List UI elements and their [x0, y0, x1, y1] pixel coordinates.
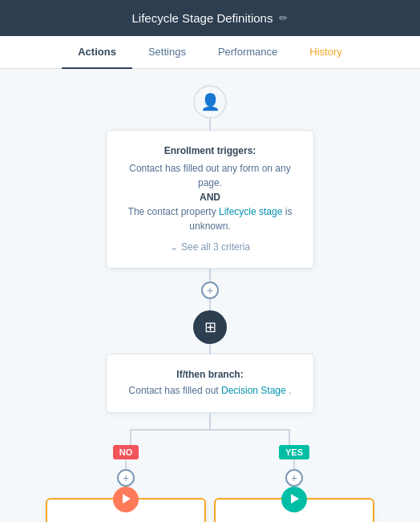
yes-branch-col: YES + Set a contact property Lifecycle s…	[210, 445, 378, 522]
ifbranch-suffix: .	[289, 385, 291, 396]
page-title: Lifecycle Stage Definitions	[132, 11, 273, 25]
connector-3	[209, 344, 211, 354]
enrollment-text: Contact has filled out any form on any p…	[123, 161, 297, 233]
edit-icon[interactable]: ✏	[279, 12, 288, 24]
vert-right	[289, 429, 290, 445]
branch-divider	[42, 413, 378, 445]
yes-connector-1	[293, 459, 295, 469]
yes-label: YES	[279, 445, 309, 459]
branch-section: NO + Set a contact property Lifecycle st…	[42, 413, 378, 522]
ifbranch-prefix: Contact has filled out	[129, 385, 219, 396]
yes-action-icon	[281, 487, 307, 512]
ifbranch-card: If/then branch: Contact has filled out D…	[106, 354, 314, 413]
connector-2	[209, 299, 211, 310]
enrollment-trigger-section: 👤	[193, 85, 227, 130]
add-step-yes[interactable]: +	[285, 469, 303, 487]
page-header: Lifecycle Stage Definitions ✏	[0, 0, 420, 36]
ifbranch-label: If/then branch:	[123, 369, 297, 380]
ifbranch-text: Contact has filled out Decision Stage .	[123, 383, 297, 398]
no-label: NO	[113, 445, 139, 459]
no-connector-1	[125, 459, 127, 469]
branch-columns: NO + Set a contact property Lifecycle st…	[42, 445, 378, 522]
enrollment-label: Enrollment triggers:	[123, 145, 297, 156]
add-step-button-1[interactable]: +	[201, 281, 219, 299]
enrollment-card: Enrollment triggers: Contact has filled …	[106, 130, 314, 269]
connector-1	[209, 269, 211, 281]
no-action-icon	[113, 487, 139, 512]
chevron-down-icon: ⌄	[170, 241, 178, 253]
ifbranch-icon-wrap: ⊞	[193, 310, 227, 344]
enrollment-and: AND	[200, 192, 220, 203]
play-icon-yes	[289, 493, 299, 506]
tab-settings[interactable]: Settings	[132, 36, 202, 69]
see-all-text: See all 3 criteria	[181, 241, 250, 253]
horiz-branch-line	[130, 429, 290, 431]
no-action-card: Set a contact property Lifecycle stage ↗…	[46, 498, 206, 522]
tab-performance[interactable]: Performance	[202, 36, 293, 69]
add-step-no[interactable]: +	[117, 469, 135, 487]
tab-history[interactable]: History	[293, 36, 357, 69]
connector-line	[209, 119, 211, 130]
vert-from-card	[209, 413, 211, 429]
tab-bar: Actions Settings Performance History	[0, 36, 420, 69]
see-all-criteria-link[interactable]: ⌄ See all 3 criteria	[170, 241, 250, 253]
vert-left	[130, 429, 131, 445]
play-icon-no	[121, 493, 131, 506]
tab-actions[interactable]: Actions	[62, 36, 132, 69]
network-icon: ⊞	[204, 318, 216, 336]
decision-stage-link[interactable]: Decision Stage	[221, 385, 286, 396]
lifecycle-stage-link[interactable]: Lifecycle stage	[219, 206, 282, 217]
no-branch-col: NO + Set a contact property Lifecycle st…	[42, 445, 210, 522]
workflow-canvas: 👤 Enrollment triggers: Contact has fille…	[0, 69, 420, 522]
enrollment-line1: Contact has filled out any form on any p…	[129, 163, 290, 188]
person-icon: 👤	[200, 92, 220, 111]
enrollment-line2-prefix: The contact property	[128, 206, 216, 217]
yes-action-card: Set a contact property Lifecycle stage ↗…	[214, 498, 374, 522]
person-icon-wrap: 👤	[193, 85, 227, 119]
